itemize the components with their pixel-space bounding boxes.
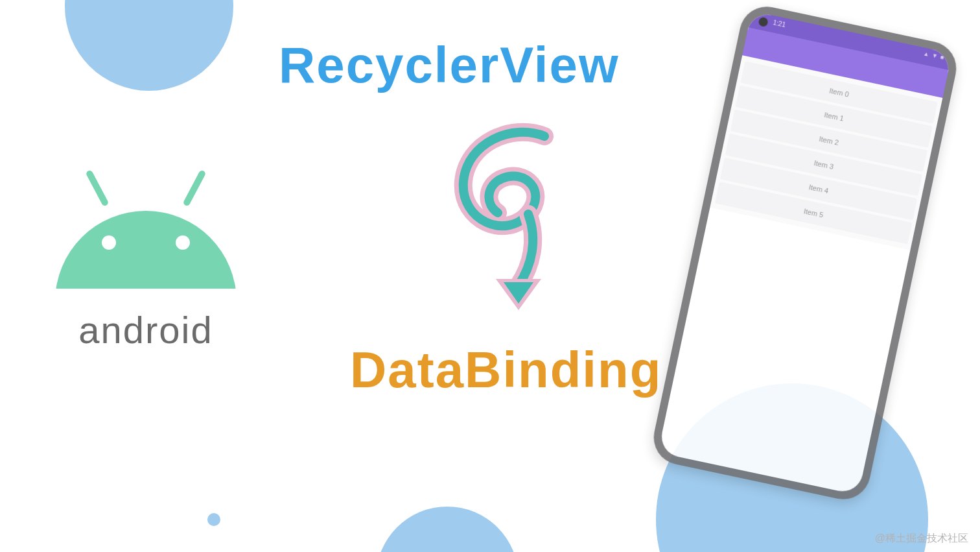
phone-status-icons: ▲ ▼ ■	[923, 50, 946, 61]
android-eye-right-icon	[176, 235, 190, 250]
phone-screen: 1:21 ▲ ▼ ■ Item 0 Item 1 Item 2 Item 3 I…	[658, 11, 952, 495]
watermark-text: @稀土掘金技术社区	[875, 532, 968, 546]
title-databinding: DataBinding	[350, 341, 662, 400]
phone-camera-hole-icon	[758, 17, 769, 28]
phone-mockup: 1:21 ▲ ▼ ■ Item 0 Item 1 Item 2 Item 3 I…	[649, 2, 961, 505]
bg-circle-top-left	[65, 0, 233, 91]
android-logo-block: android	[45, 185, 246, 352]
title-recyclerview: RecyclerView	[279, 36, 620, 95]
bg-dot-small	[207, 513, 220, 526]
swirl-arrow-icon	[428, 117, 583, 311]
android-wordmark: android	[45, 308, 246, 352]
bg-circle-bottom-center	[376, 507, 519, 552]
android-eye-left-icon	[102, 235, 116, 250]
android-head-icon	[55, 185, 237, 289]
phone-status-time: 1:21	[773, 19, 786, 29]
